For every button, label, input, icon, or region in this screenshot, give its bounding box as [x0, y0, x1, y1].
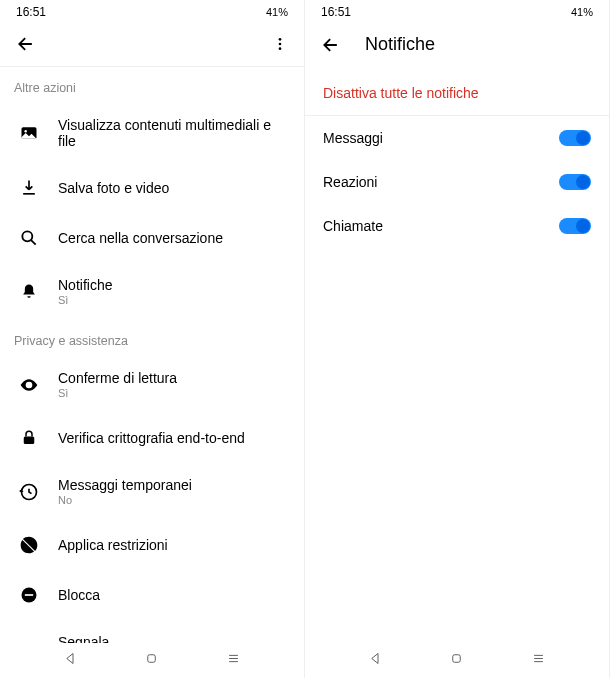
- download-icon: [18, 177, 40, 199]
- image-icon: [18, 122, 40, 144]
- row-label: Cerca nella conversazione: [58, 230, 286, 246]
- messages-switch[interactable]: [559, 130, 591, 146]
- section-other-actions: Altre azioni: [0, 67, 304, 103]
- toggle-row-reactions: Reazioni: [305, 160, 609, 204]
- history-icon: [18, 481, 40, 503]
- eye-icon: [18, 374, 40, 396]
- more-button[interactable]: [272, 36, 288, 52]
- status-time: 16:51: [321, 5, 351, 19]
- row-encryption[interactable]: Verifica crittografia end-to-end: [0, 413, 304, 463]
- page-title: Notifiche: [365, 34, 593, 55]
- restrict-icon: [18, 534, 40, 556]
- status-battery: 41%: [571, 6, 593, 18]
- row-sublabel: Sì: [58, 387, 286, 399]
- conversation-settings-pane: 16:51 41% Altre azioni Visualizza conten…: [0, 0, 305, 678]
- nav-home[interactable]: [449, 651, 464, 670]
- status-time: 16:51: [16, 5, 46, 19]
- row-search[interactable]: Cerca nella conversazione: [0, 213, 304, 263]
- back-button[interactable]: [16, 34, 36, 54]
- svg-point-6: [279, 47, 282, 50]
- row-sublabel: No: [58, 494, 286, 506]
- svg-point-10: [27, 383, 30, 386]
- back-button[interactable]: [321, 35, 341, 55]
- app-bar: Notifiche: [305, 22, 609, 67]
- nav-back[interactable]: [63, 651, 78, 670]
- calls-switch[interactable]: [559, 218, 591, 234]
- toggle-label: Reazioni: [323, 174, 377, 190]
- toggle-label: Chiamate: [323, 218, 383, 234]
- svg-point-4: [279, 38, 282, 41]
- reactions-switch[interactable]: [559, 174, 591, 190]
- row-disappearing-messages[interactable]: Messaggi temporanei No: [0, 463, 304, 520]
- row-label: Segnala: [58, 634, 286, 643]
- row-media[interactable]: Visualizza contenuti multimediali e file: [0, 103, 304, 163]
- app-bar: [0, 22, 304, 66]
- row-report[interactable]: Segnala Fornisci un feedback e segnala l…: [0, 620, 304, 643]
- row-label: Salva foto e video: [58, 180, 286, 196]
- disable-all-link[interactable]: Disattiva tutte le notifiche: [305, 67, 609, 115]
- svg-rect-13: [25, 594, 33, 596]
- status-battery: 41%: [266, 6, 288, 18]
- status-indicators: 41%: [254, 6, 288, 18]
- row-label: Messaggi temporanei: [58, 477, 286, 493]
- svg-point-9: [22, 231, 32, 241]
- row-block[interactable]: Blocca: [0, 570, 304, 620]
- row-label: Verifica crittografia end-to-end: [58, 430, 286, 446]
- nav-bar: [0, 643, 304, 678]
- toggle-label: Messaggi: [323, 130, 383, 146]
- nav-recent[interactable]: [226, 651, 241, 670]
- svg-rect-14: [148, 655, 156, 663]
- nav-home[interactable]: [144, 651, 159, 670]
- toggle-row-calls: Chiamate: [305, 204, 609, 248]
- row-sublabel: Sì: [58, 294, 286, 306]
- row-label: Blocca: [58, 587, 286, 603]
- block-icon: [18, 584, 40, 606]
- row-label: Visualizza contenuti multimediali e file: [58, 117, 286, 149]
- search-icon: [18, 227, 40, 249]
- lock-icon: [18, 427, 40, 449]
- svg-point-8: [24, 130, 27, 133]
- status-bar: 16:51 41%: [0, 0, 304, 22]
- section-privacy: Privacy e assistenza: [0, 320, 304, 356]
- row-save-media[interactable]: Salva foto e video: [0, 163, 304, 213]
- row-label: Notifiche: [58, 277, 286, 293]
- nav-back[interactable]: [368, 651, 383, 670]
- row-label: Applica restrizioni: [58, 537, 286, 553]
- notifications-settings-pane: 16:51 41% Notifiche Disattiva tutte le n…: [305, 0, 610, 678]
- row-read-receipts[interactable]: Conferme di lettura Sì: [0, 356, 304, 413]
- nav-bar: [305, 643, 609, 678]
- svg-rect-11: [24, 437, 35, 445]
- row-restrict[interactable]: Applica restrizioni: [0, 520, 304, 570]
- row-label: Conferme di lettura: [58, 370, 286, 386]
- svg-rect-19: [453, 655, 461, 663]
- nav-recent[interactable]: [531, 651, 546, 670]
- row-notifications[interactable]: Notifiche Sì: [0, 263, 304, 320]
- svg-point-5: [279, 43, 282, 46]
- notification-options: Disattiva tutte le notifiche Messaggi Re…: [305, 67, 609, 643]
- toggle-row-messages: Messaggi: [305, 116, 609, 160]
- status-bar: 16:51 41%: [305, 0, 609, 22]
- settings-list: Altre azioni Visualizza contenuti multim…: [0, 67, 304, 643]
- bell-icon: [18, 281, 40, 303]
- status-indicators: 41%: [559, 6, 593, 18]
